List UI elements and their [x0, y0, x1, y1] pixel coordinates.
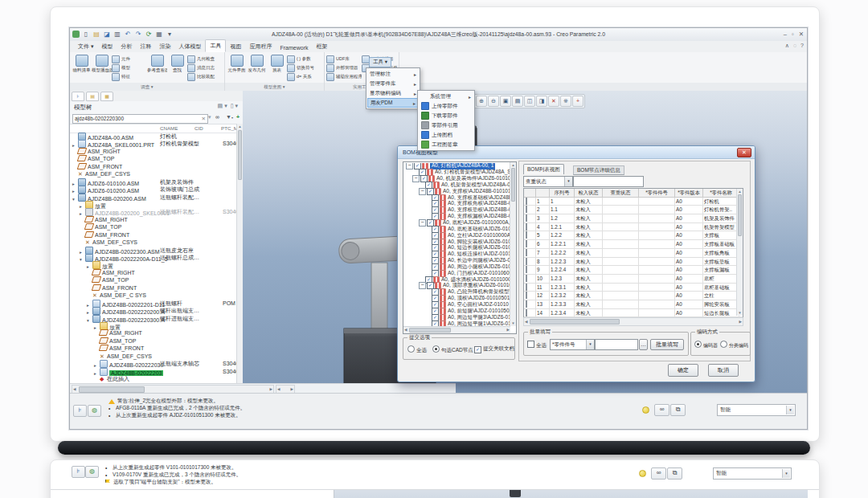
model-globe-icon[interactable]: ◍	[85, 466, 99, 478]
column-header-cid[interactable]: CID	[194, 125, 203, 131]
browse-button[interactable]: …	[639, 339, 648, 350]
combo-dropdown-icon[interactable]: ▾	[786, 406, 794, 414]
bom-table-horizontal-scrollbar[interactable]: ◀▶	[523, 317, 743, 326]
model-tree-row[interactable]: ASM_TOP	[70, 337, 237, 345]
batch-value-input[interactable]	[595, 339, 638, 350]
select-box-icon[interactable]: ⧉	[670, 404, 686, 416]
model-tree-row[interactable]: ✕ASM_DEF_CSYS	[70, 170, 237, 178]
row-checkbox[interactable]	[526, 275, 527, 282]
column-header[interactable]: *零件名称	[703, 189, 739, 198]
model-tree-row[interactable]: ASM_FRONT	[70, 231, 237, 239]
submenu-item-零部件引用[interactable]: 零部件引用	[419, 120, 473, 130]
maximize-icon[interactable]: ▫	[792, 29, 794, 39]
model-globe-icon[interactable]: ◍	[88, 405, 101, 417]
row-checkbox[interactable]	[526, 292, 527, 299]
model-tree-row[interactable]: ASM_FRONT	[70, 345, 237, 352]
row-checkbox[interactable]	[526, 309, 527, 316]
bom-tree-vertical-scrollbar[interactable]: ▲▼	[510, 162, 516, 326]
collapse-icon[interactable]: −	[419, 188, 426, 195]
bom-table-vertical-scrollbar[interactable]: ▲▼	[736, 189, 743, 316]
radio-cad-nodes[interactable]: 勾选CAD节点	[432, 345, 473, 354]
model-tree-row[interactable]: ASM_TOP	[70, 155, 237, 162]
table-row[interactable]: 111.2.3.1未检入A0底柜基础板AJDZ6-	[524, 284, 743, 292]
row-checkbox[interactable]	[526, 231, 527, 239]
row-checkbox[interactable]	[526, 249, 527, 256]
ribbon-button-切换符号[interactable]: 切换符号	[287, 63, 322, 72]
model-tree-row[interactable]: ▾AJDZ48B-0202220300.A螺杆进瓶端支…	[70, 315, 237, 322]
model-tree-row[interactable]: ASM_RIGHT	[70, 148, 237, 155]
row-checkbox[interactable]	[526, 198, 527, 205]
model-tree-tab-icon[interactable]: ⊧	[72, 92, 84, 101]
collapse-icon[interactable]: −	[406, 163, 413, 169]
model-tree-row[interactable]: ▸放置	[70, 201, 237, 208]
ribbon-button-模型播放器[interactable]: 模型播放器	[92, 53, 112, 73]
menu-item-管理零件库[interactable]: 管理零件库▸	[367, 79, 419, 88]
column-header[interactable]: 序列号	[550, 189, 575, 198]
find-binoculars-icon[interactable]: ∞	[651, 467, 666, 480]
windows-icon[interactable]: ▦	[155, 29, 163, 39]
model-tree-row[interactable]: ▾AJDZ48B-020200.ASM送瓶螺杆装配…	[70, 194, 237, 201]
checkbox-batch-all[interactable]: 全选	[527, 341, 547, 349]
tab-渲染[interactable]: 渲染	[155, 41, 174, 52]
display-style-icon[interactable]: ◨	[536, 96, 547, 107]
checkbox-related-docs[interactable]: ✓提交关联文档	[474, 345, 514, 353]
undo-icon[interactable]: ↶	[124, 29, 132, 39]
model-tree-row[interactable]: ▸AJDZ6-010200.ASM装饰玻璃门总成	[70, 186, 237, 193]
model-tree-row[interactable]: ✕ASM_DEF_CSYS	[70, 353, 237, 360]
favorites-tab-icon[interactable]: ▦	[100, 92, 113, 101]
add-filter-icon[interactable]: +	[236, 114, 240, 120]
clear-search-icon[interactable]: ✕	[202, 115, 206, 123]
column-header[interactable]: *零件版本	[675, 189, 703, 198]
table-row[interactable]: 101.2.3未检入A0底柜AJDZ6-	[524, 275, 743, 284]
datum-display-icon[interactable]: ✕	[548, 96, 559, 107]
table-row[interactable]: 21.1未检入A0灯检机骨架..AJDZ48	[524, 206, 743, 214]
redo-icon[interactable]: ↷	[134, 29, 142, 39]
tools-dropdown-button[interactable]: 工具 ▾	[369, 57, 391, 67]
model-tree-row[interactable]: ASM_FRONT	[70, 163, 237, 170]
regenerate-icon[interactable]: ⟳	[145, 29, 153, 39]
table-row[interactable]: 31.2未检入A0机架及装饰件AJDZ6-	[524, 214, 743, 223]
search-input[interactable]: ajdz48b-0202220300 ✕	[72, 114, 208, 124]
model-tree-row[interactable]: ASM_RIGHT	[70, 329, 237, 337]
table-row[interactable]: 141.2.3.4未检入A0短边长腿板AJDZ6-	[524, 309, 743, 318]
column-header[interactable]	[536, 189, 550, 198]
submenu-item-上传零部件[interactable]: 上传零部件	[419, 101, 473, 111]
ribbon-button-UDF库[interactable]: UDF库	[326, 55, 362, 63]
model-tree-row[interactable]: ◆在此插入	[70, 375, 237, 382]
bom-tree-row[interactable]: ✓A0, 周边短平腿1\AJDZ6-010	[404, 320, 510, 326]
row-checkbox[interactable]	[526, 214, 527, 222]
close-icon[interactable]: ✕	[799, 29, 804, 39]
table-row[interactable]: 71.2.2.2未检入A0支撑板角板AJDZ48	[524, 249, 743, 258]
tab-分析[interactable]: 分析	[117, 41, 136, 52]
filter-funnel-icon[interactable]: ▼▾	[226, 114, 233, 120]
model-tree-row[interactable]: ASM_TOP	[70, 276, 237, 284]
model-tree-row[interactable]: ASM_RIGHT	[70, 269, 237, 276]
tab-注释[interactable]: 注释	[136, 41, 155, 52]
ribbon-button-元件[interactable]: 元件	[112, 55, 147, 63]
model-tree-row[interactable]: ▸AJDZ6-010100.ASM机架及装饰件	[70, 178, 237, 186]
model-tree-row[interactable]: ▸AJDZ48B-02022203S30408	[70, 368, 237, 375]
print-icon[interactable]: ▥	[113, 29, 121, 39]
collapse-icon[interactable]: −	[419, 219, 426, 227]
submenu-item-上传图档[interactable]: 上传图档	[419, 130, 473, 140]
model-tree-row[interactable]: ✕ASM_DEF_CSYS	[70, 239, 237, 246]
model-tree-row[interactable]: ▸AJDZ48A_SKEL0001.PRT灯检机骨架模型S30408	[70, 140, 237, 147]
named-views-icon[interactable]: ▤	[512, 96, 523, 107]
zoom-in-icon[interactable]: ⊕	[476, 96, 487, 107]
tab-文件[interactable]: 文件 ▾	[74, 41, 97, 52]
submenu-item-工程图签章[interactable]: 工程图签章	[419, 140, 473, 149]
ribbon-button-物料清单[interactable]: 物料清单	[72, 53, 92, 73]
table-row[interactable]: 61.2.2.1未检入A0支撑板基础板AJDZ48	[524, 240, 743, 249]
ribbon-button-发布几何[interactable]: 发布几何	[247, 53, 267, 73]
dup-status-combo[interactable]: 查重状态 ▾	[523, 176, 573, 187]
batch-field-combo[interactable]: *零件件号 ▾	[550, 339, 595, 350]
tab-模型[interactable]: 模型	[97, 41, 117, 52]
minimize-icon[interactable]: –	[784, 29, 787, 39]
batch-fill-button[interactable]: 批量填写	[650, 339, 684, 350]
tab-bom-list-view[interactable]: BOM列表视图	[523, 164, 564, 174]
model-tree-row[interactable]: ▸放置	[70, 261, 237, 268]
checkbox-checked[interactable]: ✓	[432, 320, 439, 326]
model-tree-row[interactable]: ASM_RIGHT	[70, 216, 237, 223]
selection-filter-combo[interactable]: 智能 ▾	[713, 467, 792, 480]
ribbon-button-几何检查[interactable]: 几何检查	[187, 55, 223, 63]
